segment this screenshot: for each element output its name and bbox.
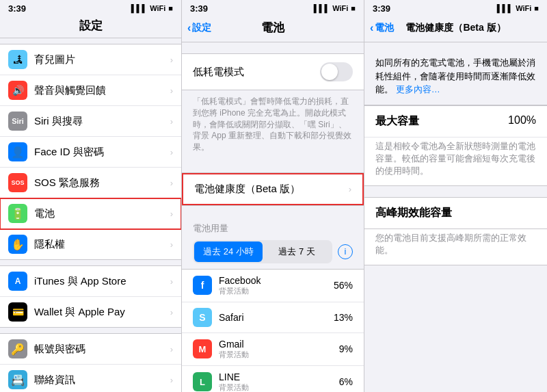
low-power-label: 低耗電模式 — [193, 66, 320, 79]
chevron-icon: › — [170, 239, 173, 250]
health-content: 如同所有的充電式電池，手機電池屬於消耗性組件，會隨著使用時間而逐漸降低效能。 更… — [364, 42, 547, 392]
settings-item-siri[interactable]: Siri Siri 與搜尋 › — [0, 106, 181, 137]
app-usage-item-gmail: M Gmail 背景活動 9% — [182, 333, 364, 366]
chevron-icon: › — [170, 116, 173, 127]
usage-section: 電池用量 過去 24 小時 過去 7 天 i f Facebook 背景活動 5… — [182, 217, 364, 392]
settings-group-3: 🔑 帳號與密碼 › 📇 聯絡資訊 › 📅 行事曆 › 📝 備忘錄 › ⏰ — [0, 333, 181, 392]
usage-section-title: 電池用量 — [182, 217, 364, 237]
settings-list: 🏞 育兒圖片 › 🔊 聲音與觸覺回饋 › Siri Siri 與搜尋 › 👤 F… — [0, 38, 181, 392]
battery-icon: ■ — [168, 4, 173, 12]
facebook-icon: f — [193, 276, 212, 295]
signal-icon-2: ▌▌▌ — [314, 4, 330, 12]
contacts-icon: 📇 — [8, 370, 27, 389]
line-info: LINE 背景活動 — [219, 371, 339, 392]
chevron-icon: › — [170, 209, 173, 219]
battery-icon: 🔋 — [8, 204, 27, 223]
privacy-icon: ✋ — [8, 235, 27, 254]
status-icons-1: ▌▌▌ WiFi ■ — [131, 4, 173, 12]
health-nav-title: 電池健康度（Beta 版） — [405, 22, 505, 34]
max-capacity-value: 100% — [508, 114, 536, 127]
battery-health-label: 電池健康度（Beta 版） — [194, 183, 346, 196]
chevron-icon: › — [170, 147, 173, 157]
signal-icon-3: ▌▌▌ — [497, 4, 513, 12]
settings-item-account[interactable]: 🔑 帳號與密碼 › — [0, 334, 181, 365]
settings-item-battery[interactable]: 🔋 電池 › — [0, 198, 181, 229]
chevron-icon: › — [170, 375, 173, 385]
itunes-icon: A — [8, 272, 27, 291]
health-back-label: 電池 — [375, 22, 394, 34]
wifi-icon-3: WiFi — [516, 4, 531, 12]
settings-panel: 3:39 ▌▌▌ WiFi ■ 設定 🏞 育兒圖片 › 🔊 聲音與觸覺回饋 › … — [0, 0, 182, 392]
battery-back-button[interactable]: ‹ 設定 — [187, 22, 211, 34]
settings-item-contacts[interactable]: 📇 聯絡資訊 › — [0, 365, 181, 392]
low-power-row: 低耗電模式 — [182, 54, 364, 90]
sound-icon: 🔊 — [8, 81, 27, 100]
wallet-icon: 💳 — [8, 302, 27, 322]
settings-item-sos[interactable]: SOS SOS 緊急服務 › — [0, 168, 181, 198]
sos-icon: SOS — [8, 173, 27, 192]
chevron-icon: › — [170, 344, 173, 354]
max-capacity-row: 最大容量 100% — [364, 105, 547, 138]
health-panel: 3:39 ▌▌▌ WiFi ■ ‹ 電池 電池健康度（Beta 版） 如同所有的… — [364, 0, 547, 392]
chevron-icon: › — [170, 86, 173, 96]
back-chevron-icon: ‹ — [187, 22, 191, 34]
low-power-description: 「低耗電模式」會暫時降低電力的損耗，直到您將 iPhone 完全充電為止。開啟此… — [182, 90, 364, 161]
wifi-icon: WiFi — [150, 4, 165, 12]
status-icons-2: ▌▌▌ WiFi ■ — [314, 4, 356, 12]
battery-health-row[interactable]: 電池健康度（Beta 版） › — [182, 173, 364, 205]
account-icon: 🔑 — [8, 339, 27, 358]
health-intro-text: 如同所有的充電式電池，手機電池屬於消耗性組件，會隨著使用時間而逐漸降低效能。 更… — [364, 48, 547, 105]
siri-icon: Siri — [8, 112, 27, 131]
chevron-icon: › — [170, 307, 173, 317]
back-chevron-icon: ‹ — [370, 22, 373, 34]
back-label: 設定 — [192, 22, 211, 34]
wifi-icon-2: WiFi — [332, 4, 348, 12]
health-nav: ‹ 電池 電池健康度（Beta 版） — [364, 15, 547, 42]
faceid-icon: 👤 — [8, 142, 27, 161]
health-back-button[interactable]: ‹ 電池 — [370, 22, 394, 34]
tab-24h[interactable]: 過去 24 小時 — [194, 241, 263, 262]
settings-item-gallery[interactable]: 🏞 育兒圖片 › — [0, 44, 181, 75]
tab-7d[interactable]: 過去 7 天 — [263, 241, 331, 262]
status-bar-3: 3:39 ▌▌▌ WiFi ■ — [364, 0, 547, 15]
peak-performance-desc: 您的電池目前支援高峰期所需的正常效能。 — [364, 229, 547, 265]
settings-item-faceid[interactable]: 👤 Face ID 與密碼 › — [0, 137, 181, 168]
time-1: 3:39 — [8, 3, 26, 14]
low-power-section: 低耗電模式 — [182, 53, 364, 90]
max-capacity-desc: 這是相較令電池為全新狀態時測量的電池容量。較低的容量可能會縮短每次充電後的使用時… — [364, 138, 547, 187]
app-usage-list: f Facebook 背景活動 56% S Safari 13% — [182, 269, 364, 392]
health-intro-link[interactable]: 更多內容… — [396, 84, 440, 94]
battery-nav-title: 電池 — [261, 20, 284, 36]
facebook-info: Facebook 背景活動 — [219, 275, 334, 296]
safari-info: Safari — [219, 312, 334, 323]
battery-nav: ‹ 設定 電池 — [182, 15, 364, 42]
battery-content: 低耗電模式 「低耗電模式」會暫時降低電力的損耗，直到您將 iPhone 完全充電… — [182, 42, 364, 392]
max-capacity-section: 最大容量 100% 這是相較令電池為全新狀態時測量的電池容量。較低的容量可能會縮… — [364, 105, 547, 187]
chevron-icon: › — [170, 276, 173, 287]
info-button[interactable]: i — [338, 244, 353, 259]
line-icon: L — [193, 372, 212, 391]
settings-nav-title: 設定 — [0, 15, 181, 38]
status-bar-2: 3:39 ▌▌▌ WiFi ■ — [182, 0, 364, 15]
app-usage-item-facebook: f Facebook 背景活動 56% — [182, 270, 364, 302]
gallery-icon: 🏞 — [8, 50, 27, 69]
settings-item-sound[interactable]: 🔊 聲音與觸覺回饋 › — [0, 75, 181, 106]
app-usage-item-line: L LINE 背景活動 6% — [182, 366, 364, 392]
chevron-icon: › — [170, 55, 173, 65]
settings-item-itunes[interactable]: A iTunes 與 App Store › — [0, 266, 181, 297]
time-tab-row: 過去 24 小時 過去 7 天 — [193, 240, 332, 263]
app-usage-item-safari: S Safari 13% — [182, 302, 364, 333]
time-2: 3:39 — [190, 3, 208, 14]
settings-item-privacy[interactable]: ✋ 隱私權 › — [0, 229, 181, 259]
settings-group-1: 🏞 育兒圖片 › 🔊 聲音與觸覺回饋 › Siri Siri 與搜尋 › 👤 F… — [0, 44, 181, 260]
settings-item-wallet[interactable]: 💳 Wallet 與 Apple Pay › — [0, 297, 181, 327]
chevron-icon: › — [170, 178, 173, 188]
gmail-icon: M — [193, 339, 212, 358]
battery-icon-3: ■ — [534, 4, 539, 12]
gmail-info: Gmail 背景活動 — [219, 339, 339, 360]
status-icons-3: ▌▌▌ WiFi ■ — [497, 4, 539, 12]
settings-group-2: A iTunes 與 App Store › 💳 Wallet 與 Apple … — [0, 265, 181, 328]
low-power-toggle[interactable] — [320, 62, 353, 81]
peak-performance-row: 高峰期效能容量 — [364, 198, 547, 229]
safari-icon: S — [193, 308, 212, 327]
